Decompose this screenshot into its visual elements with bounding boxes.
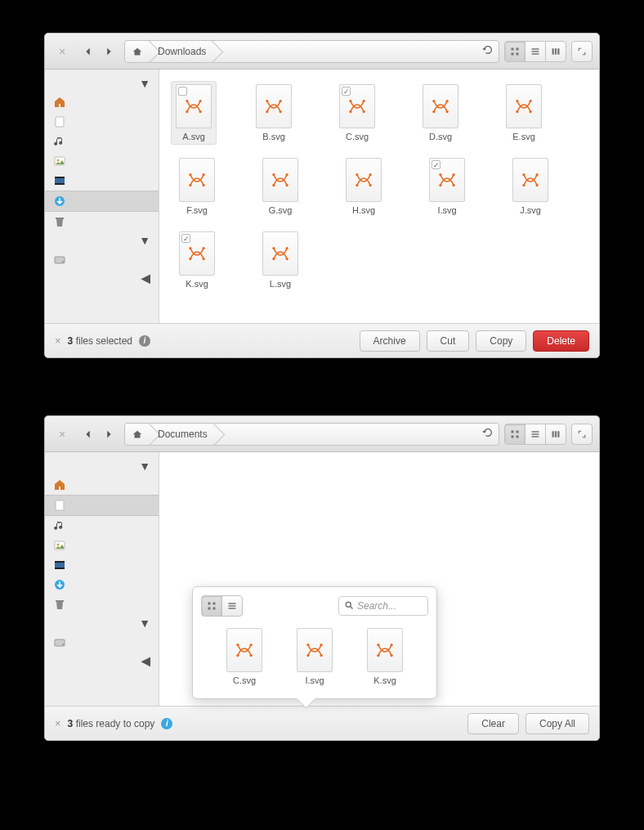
- search-input[interactable]: Search...: [338, 596, 428, 616]
- svg-point-59: [189, 258, 191, 260]
- search-placeholder: Search...: [357, 600, 396, 612]
- svg-point-37: [516, 100, 518, 102]
- close-icon[interactable]: ×: [51, 424, 73, 445]
- file-item[interactable]: G.svg: [257, 158, 303, 215]
- sidebar-item-music[interactable]: [45, 132, 159, 151]
- file-item[interactable]: H.svg: [341, 158, 387, 215]
- file-name: K.svg: [174, 279, 220, 289]
- svg-point-85: [62, 644, 64, 645]
- fullscreen-button[interactable]: [571, 41, 593, 62]
- file-item[interactable]: I.svg: [292, 628, 338, 685]
- svg-rect-80: [55, 562, 65, 568]
- sidebar-item-documents[interactable]: [45, 112, 159, 132]
- file-item[interactable]: E.svg: [501, 84, 547, 141]
- delete-button[interactable]: Delete: [533, 330, 589, 352]
- view-grid-button[interactable]: [201, 595, 222, 617]
- sidebar-item-videos[interactable]: [45, 171, 159, 191]
- file-item[interactable]: K.svg: [362, 628, 408, 685]
- file-item[interactable]: I.svg: [424, 158, 470, 215]
- sidebar-item-pictures[interactable]: [45, 536, 159, 555]
- file-checkbox[interactable]: [432, 160, 441, 169]
- view-list-button[interactable]: [221, 595, 243, 617]
- sidebar-section-header[interactable]: ◀: [45, 269, 159, 287]
- file-thumbnail: [512, 158, 548, 202]
- clear-button[interactable]: Clear: [467, 713, 519, 734]
- back-button[interactable]: [78, 424, 99, 445]
- file-checkbox[interactable]: [178, 87, 187, 96]
- status-bar: ×3 files ready to copyiClearCopy All: [45, 706, 599, 740]
- sidebar-item-filesystem[interactable]: [45, 249, 159, 269]
- file-item[interactable]: C.svg: [221, 628, 267, 685]
- file-thumbnail: [256, 84, 292, 128]
- sidebar-item-pictures[interactable]: [45, 151, 159, 171]
- document-icon: [53, 115, 66, 128]
- sidebar-item-documents[interactable]: [45, 495, 159, 516]
- sidebar-item-trash[interactable]: [45, 212, 159, 231]
- copy-all-button[interactable]: Copy All: [525, 713, 589, 734]
- svg-point-30: [363, 100, 365, 102]
- file-item[interactable]: B.svg: [251, 84, 297, 141]
- view-list-button[interactable]: [525, 424, 546, 445]
- svg-point-51: [439, 184, 441, 186]
- svg-rect-1: [517, 47, 519, 50]
- copy-button[interactable]: Copy: [476, 330, 526, 352]
- view-columns-button[interactable]: [545, 424, 566, 445]
- reload-button[interactable]: [477, 427, 499, 441]
- view-grid-button[interactable]: [504, 41, 525, 62]
- sidebar-item-trash[interactable]: [45, 594, 159, 614]
- file-name: I.svg: [424, 205, 470, 215]
- forward-button[interactable]: [98, 41, 119, 62]
- file-item[interactable]: A.svg: [171, 81, 217, 145]
- file-checkbox[interactable]: [342, 87, 351, 96]
- sidebar-section-header[interactable]: ▼: [45, 231, 159, 249]
- disk-icon: [53, 635, 66, 648]
- sidebar-item-filesystem[interactable]: [45, 632, 159, 652]
- breadcrumb-home[interactable]: [125, 424, 151, 445]
- sidebar-item-music[interactable]: [45, 516, 159, 536]
- sidebar-item-downloads[interactable]: [45, 575, 159, 594]
- sidebar-item-videos[interactable]: [45, 555, 159, 575]
- view-grid-button[interactable]: [504, 424, 525, 445]
- reload-button[interactable]: [477, 44, 499, 58]
- file-item[interactable]: L.svg: [257, 231, 303, 289]
- forward-button[interactable]: [98, 424, 119, 445]
- sidebar-section-header[interactable]: ◀: [45, 652, 159, 670]
- svg-point-40: [203, 184, 205, 186]
- sidebar-section-header[interactable]: ▼: [45, 457, 159, 475]
- music-icon: [53, 519, 66, 532]
- breadcrumb-current[interactable]: Documents: [151, 424, 216, 445]
- svg-point-20: [199, 110, 202, 113]
- file-item[interactable]: J.svg: [508, 158, 553, 215]
- sidebar-item-home[interactable]: [45, 92, 159, 112]
- sidebar-item-downloads[interactable]: [45, 191, 159, 212]
- cut-button[interactable]: Cut: [427, 330, 470, 352]
- fullscreen-button[interactable]: [571, 424, 593, 445]
- file-thumbnail: [262, 158, 298, 202]
- file-grid[interactable]: A.svgB.svgC.svgD.svgE.svgF.svgG.svgH.svg…: [159, 70, 599, 323]
- svg-rect-2: [512, 52, 514, 55]
- sidebar-section-header[interactable]: ▼: [45, 614, 159, 632]
- file-item[interactable]: C.svg: [334, 84, 380, 141]
- info-icon[interactable]: i: [139, 335, 150, 347]
- info-icon[interactable]: i: [161, 718, 172, 729]
- file-item[interactable]: K.svg: [174, 231, 220, 289]
- back-button[interactable]: [78, 41, 99, 62]
- close-icon[interactable]: ×: [51, 41, 73, 62]
- archive-button[interactable]: Archive: [360, 330, 420, 352]
- svg-point-63: [272, 258, 275, 260]
- sidebar-section-header[interactable]: ▼: [45, 74, 159, 92]
- breadcrumb-current[interactable]: Downloads: [151, 41, 214, 62]
- breadcrumb-home[interactable]: [125, 41, 151, 62]
- status-close-button[interactable]: ×: [55, 334, 61, 347]
- file-item[interactable]: F.svg: [174, 158, 220, 215]
- chevron-left-icon: ◀: [141, 272, 150, 284]
- view-list-button[interactable]: [525, 41, 546, 62]
- file-item[interactable]: D.svg: [418, 84, 463, 141]
- file-grid[interactable]: Search...C.svgI.svgK.svg: [159, 452, 599, 706]
- window-body: ▼▼◀Search...C.svgI.svgK.svg: [45, 452, 599, 706]
- view-columns-button[interactable]: [545, 41, 566, 62]
- file-checkbox[interactable]: [181, 234, 190, 243]
- clipboard-popover: Search...C.svgI.svgK.svg: [192, 586, 437, 699]
- status-close-button[interactable]: ×: [55, 717, 61, 729]
- sidebar-item-home[interactable]: [45, 475, 159, 495]
